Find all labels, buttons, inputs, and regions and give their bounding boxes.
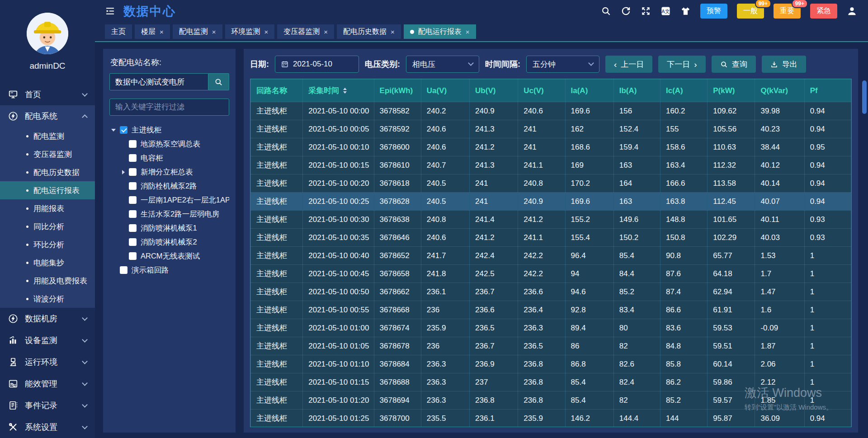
checkbox[interactable] bbox=[129, 196, 137, 204]
column-header[interactable]: Pf bbox=[804, 80, 851, 102]
sort-icon[interactable] bbox=[343, 88, 347, 94]
table-row[interactable]: 主进线柜2021-05-10 00:153678610240.7241.3241… bbox=[251, 156, 851, 174]
alert-button[interactable]: 预警 bbox=[700, 4, 727, 19]
checkbox[interactable] bbox=[129, 252, 137, 260]
column-header[interactable]: 采集时间 bbox=[303, 80, 374, 102]
table-row[interactable]: 主进线柜2021-05-10 00:503678662236.1236.7236… bbox=[251, 283, 851, 301]
tab-item[interactable]: 配电监测 bbox=[173, 24, 222, 39]
checkbox[interactable] bbox=[129, 140, 137, 148]
column-header[interactable]: Ic(A) bbox=[660, 80, 707, 102]
table-row[interactable]: 主进线柜2021-05-10 00:003678582240.2240.9240… bbox=[251, 102, 851, 120]
user-icon[interactable] bbox=[847, 6, 857, 16]
close-icon[interactable] bbox=[160, 28, 164, 35]
close-icon[interactable] bbox=[324, 28, 328, 35]
theme-icon[interactable] bbox=[680, 6, 691, 16]
table-row[interactable]: 主进线柜2021-05-10 00:253678628240.5241240.9… bbox=[251, 193, 851, 211]
sidebar-subitem[interactable]: 用能及电费报表 bbox=[0, 272, 95, 290]
table-row[interactable]: 主进线柜2021-05-10 00:203678618240.5241240.8… bbox=[251, 174, 851, 193]
sidebar-subitem[interactable]: 环比分析 bbox=[0, 235, 95, 254]
search-icon[interactable] bbox=[601, 6, 611, 16]
tab-item[interactable]: 配电历史数据 bbox=[337, 24, 401, 39]
tree-node[interactable]: 生活水泵2路一层弱电房 bbox=[109, 207, 229, 221]
checkbox[interactable] bbox=[129, 224, 137, 232]
tree-node[interactable]: 消防喷淋机械泵1 bbox=[109, 221, 229, 235]
table-row[interactable]: 主进线柜2021-05-10 00:403678652241.7242.4242… bbox=[251, 247, 851, 265]
tab-item[interactable]: 楼层 bbox=[135, 24, 170, 39]
column-header[interactable]: Ib(A) bbox=[613, 80, 660, 102]
checkbox[interactable] bbox=[129, 210, 137, 218]
tab-item[interactable]: 环境监测 bbox=[225, 24, 275, 39]
sidebar-subitem[interactable]: 谐波分析 bbox=[0, 290, 95, 308]
tab-item[interactable]: 主页 bbox=[105, 24, 132, 39]
tree-node[interactable]: 消防喷淋机械泵2 bbox=[109, 235, 229, 249]
table-row[interactable]: 主进线柜2021-05-10 00:353678646240.6241.2241… bbox=[251, 229, 851, 247]
sidebar-item[interactable]: 数据机房 bbox=[0, 308, 95, 330]
date-input[interactable]: 2021-05-10 bbox=[275, 56, 359, 73]
table-row[interactable]: 主进线柜2021-05-10 01:203678694236.3236.8236… bbox=[251, 391, 851, 410]
avatar[interactable] bbox=[27, 13, 68, 54]
tree-node[interactable]: 新增分立柜总表 bbox=[109, 165, 229, 179]
column-header[interactable]: P(kW) bbox=[708, 80, 755, 102]
collapse-sidebar-icon[interactable] bbox=[105, 6, 115, 16]
column-header[interactable]: Uc(V) bbox=[518, 80, 565, 102]
column-header[interactable]: Q(kVar) bbox=[755, 80, 804, 102]
fullscreen-icon[interactable] bbox=[641, 6, 651, 16]
sidebar-subitem[interactable]: 变压器监测 bbox=[0, 145, 95, 163]
checkbox[interactable] bbox=[129, 168, 137, 176]
tree-node[interactable]: 演示箱回路 bbox=[109, 263, 229, 277]
tab-item[interactable]: 配电运行报表 bbox=[404, 24, 476, 39]
table-row[interactable]: 主进线柜2021-05-10 00:103678600240.6241.2241… bbox=[251, 138, 851, 156]
column-header[interactable]: 回路名称 bbox=[251, 80, 303, 102]
refresh-icon[interactable] bbox=[621, 6, 631, 16]
table-row[interactable]: 主进线柜2021-05-10 01:153678688236.3237236.8… bbox=[251, 373, 851, 391]
tree-node[interactable]: 主进线柜 bbox=[109, 123, 229, 137]
table-row[interactable]: 主进线柜2021-05-10 01:103678684236.3236.9236… bbox=[251, 355, 851, 373]
translate-icon[interactable]: A文 bbox=[660, 6, 671, 16]
tree-node[interactable]: ARCM无线表测试 bbox=[109, 249, 229, 263]
sidebar-item[interactable]: 运行环境 bbox=[0, 351, 95, 373]
checkbox[interactable] bbox=[129, 182, 137, 190]
station-input[interactable] bbox=[109, 73, 208, 90]
sidebar-subitem[interactable]: 配电监测 bbox=[0, 127, 95, 145]
tree-node[interactable]: 一层南1APE2右一层北1APE1左 bbox=[109, 193, 229, 207]
close-icon[interactable] bbox=[264, 28, 269, 35]
table-row[interactable]: 主进线柜2021-05-10 01:003678674235.9236.5236… bbox=[251, 319, 851, 337]
prev-day-button[interactable]: ‹ 上一日 bbox=[605, 56, 652, 73]
query-button[interactable]: 查询 bbox=[712, 56, 756, 73]
table-row[interactable]: 主进线柜2021-05-10 00:053678592240.6241.3241… bbox=[251, 120, 851, 138]
tree-expand-right-icon[interactable] bbox=[109, 170, 125, 174]
tab-item[interactable]: 变压器监测 bbox=[277, 24, 334, 39]
sidebar-item[interactable]: 系统设置 bbox=[0, 416, 95, 438]
sidebar-subitem[interactable]: 电能集抄 bbox=[0, 254, 95, 272]
checkbox[interactable] bbox=[129, 238, 137, 246]
next-day-button[interactable]: 下一日 › bbox=[658, 56, 705, 73]
sidebar-item[interactable]: 能效管理 bbox=[0, 373, 95, 395]
table-row[interactable]: 主进线柜2021-05-10 00:553678668236236.6236.4… bbox=[251, 301, 851, 319]
sidebar-item[interactable]: 设备监测 bbox=[0, 330, 95, 351]
station-search-button[interactable] bbox=[208, 73, 229, 90]
column-header[interactable]: Ua(V) bbox=[421, 80, 469, 102]
close-icon[interactable] bbox=[212, 28, 216, 35]
tree-node[interactable]: 电容柜 bbox=[109, 151, 229, 165]
close-icon[interactable] bbox=[391, 28, 395, 35]
voltage-select[interactable]: 相电压 bbox=[406, 56, 479, 73]
tree-node[interactable]: 消防栓机械泵2路 bbox=[109, 179, 229, 193]
tree-node[interactable]: 地源热泵空调总表 bbox=[109, 137, 229, 151]
column-header[interactable]: Ub(V) bbox=[470, 80, 518, 102]
column-header[interactable]: Ia(A) bbox=[565, 80, 613, 102]
sidebar-subitem[interactable]: 同比分析 bbox=[0, 217, 95, 235]
vertical-scrollbar-thumb[interactable] bbox=[862, 80, 867, 114]
close-icon[interactable] bbox=[466, 28, 470, 35]
sidebar-item[interactable]: 配电系统 bbox=[0, 105, 95, 127]
sidebar-item[interactable]: 首页 bbox=[0, 84, 95, 105]
sidebar-item[interactable]: 事件记录 bbox=[0, 395, 95, 416]
checkbox[interactable] bbox=[129, 154, 137, 162]
table-row[interactable]: 主进线柜2021-05-10 00:453678658241.8242.5242… bbox=[251, 265, 851, 283]
alert-button[interactable]: 紧急 bbox=[810, 4, 837, 19]
table-row[interactable]: 主进线柜2021-05-10 01:253678700235.5236.1235… bbox=[251, 410, 851, 428]
column-header[interactable]: Epi(kWh) bbox=[374, 80, 421, 102]
tree-filter-input[interactable] bbox=[109, 99, 229, 116]
table-row[interactable]: 主进线柜2021-05-10 00:303678638240.8241.4241… bbox=[251, 211, 851, 229]
export-button[interactable]: 导出 bbox=[762, 56, 806, 73]
tree-expand-down-icon[interactable] bbox=[109, 129, 116, 132]
